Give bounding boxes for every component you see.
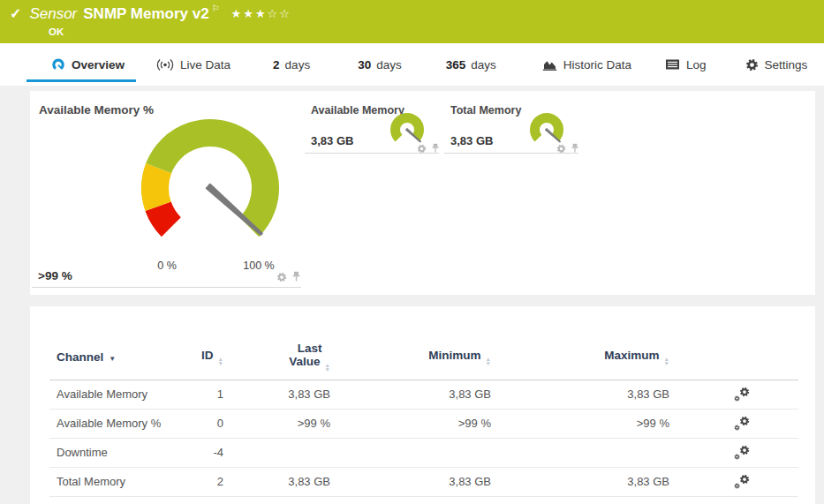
channel-maximum [495, 438, 674, 467]
tab-settings-label: Settings [765, 58, 808, 71]
status-ok-check-icon: ✓ [10, 5, 21, 23]
channel-maximum: 3,83 GB [495, 467, 674, 496]
priority-stars[interactable]: ★★★☆☆ [231, 6, 291, 22]
tab-log-label: Log [686, 58, 707, 71]
sensor-header: ✓ Sensor SNMP Memory v2 ⚐ ★★★☆☆ [10, 5, 291, 23]
gauge-icon [51, 57, 65, 71]
tab-live-data-label: Live Data [180, 58, 231, 71]
channel-name[interactable]: Downtime [49, 438, 173, 467]
table-row: Available Memory 1 3,83 GB 3,83 GB 3,83 … [49, 380, 798, 409]
area-chart-icon [542, 58, 557, 71]
gauge-current-value: 3,83 GB [311, 134, 353, 147]
sort-icon: ▲▼ [664, 357, 669, 365]
gear-icon [745, 58, 759, 71]
channels-table: Channel▼ ID▲▼ Last Value▲▼ Minimum▲▼ Max… [49, 333, 798, 497]
gauge-tile-total-memory: Total Memory 3,83 GB [444, 97, 578, 154]
channel-maximum: 3,83 GB [495, 380, 674, 409]
sensor-status-bar: ✓ Sensor SNMP Memory v2 ⚐ ★★★☆☆ OK [0, 0, 824, 43]
gauge-tile-available-memory: Available Memory 3,83 GB [305, 97, 439, 154]
gauge-current-value: >99 % [38, 269, 72, 282]
tab-365-days-label: days [471, 58, 496, 71]
channel-settings-gears-icon[interactable] [734, 445, 750, 461]
tab-historic-data-label: Historic Data [563, 58, 631, 71]
sort-icon: ▲▼ [218, 357, 223, 365]
table-row: Downtime -4 [49, 438, 798, 467]
tab-2-days-label: days [285, 58, 311, 71]
column-header-channel[interactable]: Channel▼ [49, 333, 173, 380]
sensor-name: SNMP Memory v2 [83, 5, 208, 23]
channel-last-value: 3,83 GB [228, 380, 335, 409]
channel-id: 1 [173, 380, 228, 409]
column-header-minimum[interactable]: Minimum▲▼ [335, 333, 495, 380]
sort-icon: ▲▼ [325, 363, 330, 372]
channel-minimum [335, 438, 495, 467]
tab-30-days-label: days [376, 58, 402, 71]
gauge-scale-max: 100 % [238, 260, 279, 272]
tile-actions [556, 143, 579, 154]
table-row: Available Memory % 0 >99 % >99 % >99 % [49, 409, 798, 438]
tile-separator [32, 287, 301, 288]
column-header-actions [674, 333, 798, 380]
gauge-tile-available-memory-pct: Available Memory % 0 % 100 % >99 % [30, 91, 302, 295]
tab-live-data[interactable]: Live Data [145, 43, 242, 86]
tab-2-days[interactable]: 2 days [261, 43, 321, 86]
object-kind-label: Sensor [29, 5, 77, 23]
live-signal-icon [156, 58, 174, 71]
column-header-id[interactable]: ID▲▼ [173, 333, 228, 380]
tile-actions [276, 271, 301, 282]
channel-name[interactable]: Available Memory [49, 380, 173, 409]
tab-365-days[interactable]: 365 days [435, 43, 508, 86]
gauge-current-value: 3,83 GB [450, 134, 493, 147]
channel-name[interactable]: Available Memory % [49, 409, 173, 438]
sensor-status-text: OK [49, 26, 64, 37]
gauge-scale-min: 0 % [149, 260, 185, 272]
pin-icon[interactable] [571, 143, 579, 154]
tab-settings[interactable]: Settings [734, 43, 820, 86]
tab-bar: Overview Live Data 2 days 30 days 365 da… [0, 43, 824, 86]
sort-desc-icon: ▼ [109, 355, 116, 363]
channel-last-value: 3,83 GB [228, 467, 335, 496]
flag-icon[interactable]: ⚐ [212, 4, 220, 13]
gauge-title: Total Memory [450, 104, 521, 117]
gear-icon[interactable] [556, 144, 566, 154]
channel-settings-gears-icon[interactable] [734, 387, 750, 402]
tab-overview[interactable]: Overview [26, 43, 136, 86]
channel-settings-gears-icon[interactable] [734, 474, 750, 490]
tab-log[interactable]: Log [654, 43, 718, 86]
channel-id: -4 [173, 438, 228, 467]
channels-panel: Channel▼ ID▲▼ Last Value▲▼ Minimum▲▼ Max… [30, 306, 815, 504]
tile-actions [417, 143, 440, 154]
gear-icon[interactable] [276, 272, 287, 282]
tab-30-days-number: 30 [358, 58, 371, 71]
pin-icon[interactable] [291, 271, 301, 282]
table-row: Total Memory 2 3,83 GB 3,83 GB 3,83 GB [49, 467, 798, 496]
gear-icon[interactable] [417, 144, 427, 154]
channel-last-value: >99 % [228, 409, 335, 438]
tab-30-days[interactable]: 30 days [346, 43, 413, 86]
channel-id: 0 [173, 409, 228, 438]
tab-365-days-number: 365 [446, 58, 466, 71]
column-header-last-value[interactable]: Last Value▲▼ [228, 333, 335, 380]
log-list-icon [665, 58, 680, 71]
overview-panel: Available Memory % 0 % 100 % >99 % Avail… [30, 91, 815, 295]
channel-minimum: 3,83 GB [335, 380, 495, 409]
sort-icon: ▲▼ [486, 357, 491, 365]
channel-settings-gears-icon[interactable] [734, 416, 750, 432]
channel-id: 2 [173, 467, 228, 496]
pin-icon[interactable] [431, 143, 440, 154]
radial-gauge [122, 112, 299, 260]
channel-minimum: >99 % [335, 409, 495, 438]
tab-overview-label: Overview [72, 58, 125, 71]
column-header-maximum[interactable]: Maximum▲▼ [495, 333, 674, 380]
tab-2-days-number: 2 [273, 58, 280, 71]
channel-minimum: 3,83 GB [335, 467, 495, 496]
channel-maximum: >99 % [495, 409, 674, 438]
tab-historic-data[interactable]: Historic Data [531, 43, 643, 86]
table-header-row: Channel▼ ID▲▼ Last Value▲▼ Minimum▲▼ Max… [49, 333, 798, 380]
channel-last-value [228, 438, 335, 467]
channel-name[interactable]: Total Memory [49, 467, 173, 496]
